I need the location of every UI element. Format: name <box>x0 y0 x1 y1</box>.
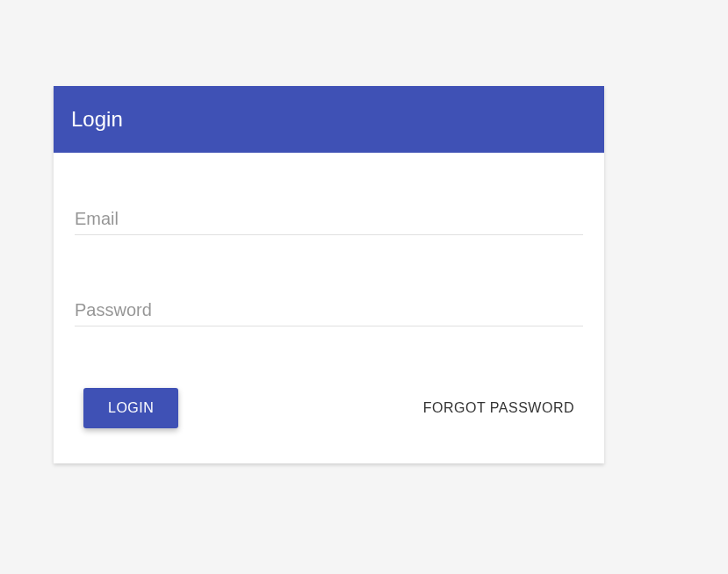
login-card: Login LOGIN FORGOT PASSWORD <box>54 86 604 463</box>
card-body: LOGIN FORGOT PASSWORD <box>54 153 604 463</box>
password-field[interactable] <box>75 297 583 326</box>
forgot-password-link[interactable]: FORGOT PASSWORD <box>423 400 574 416</box>
password-group <box>75 297 583 326</box>
card-title: Login <box>54 86 604 153</box>
email-field[interactable] <box>75 205 583 235</box>
actions-row: LOGIN FORGOT PASSWORD <box>75 388 583 428</box>
login-button[interactable]: LOGIN <box>83 388 178 428</box>
email-group <box>75 205 583 235</box>
